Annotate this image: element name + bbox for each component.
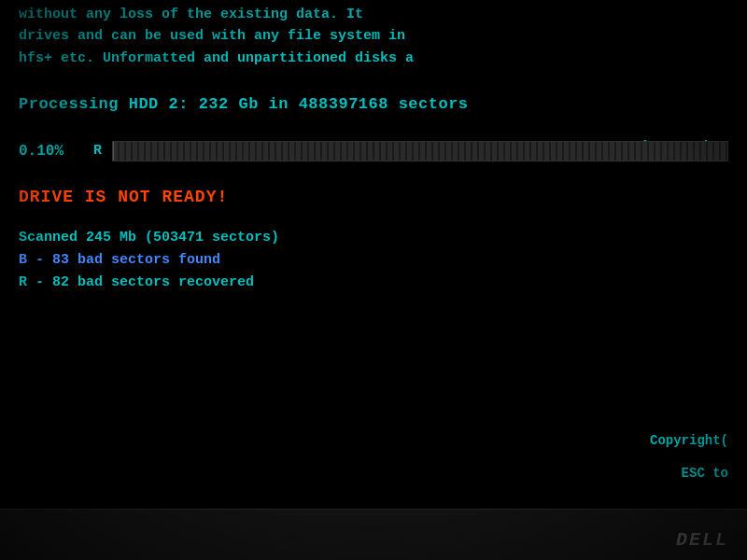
drive-not-ready: DRIVE IS NOT READY! [19, 188, 728, 206]
dell-logo: DELL [676, 529, 728, 551]
progress-bar-container: 0.10% R [19, 141, 728, 161]
processing-line: Processing HDD 2: 232 Gb in 488397168 se… [19, 95, 728, 113]
scanned-line: Scanned 245 Mb (503471 sectors) [19, 227, 728, 249]
top-text-block: without any loss of the existing data. I… [19, 0, 728, 69]
top-line-2: drives and can be used with any file sys… [19, 25, 728, 47]
progress-r-label: R [93, 143, 110, 159]
progress-bar-fill [113, 142, 114, 161]
progress-bar-unfill [113, 142, 727, 161]
percent-label: 0.10% [19, 143, 93, 160]
b-bad-sectors-line: B - 83 bad sectors found [19, 249, 728, 272]
bottom-bar: DELL [0, 509, 747, 560]
screen: without any loss of the existing data. I… [0, 0, 747, 560]
copyright-text: Copyright( [650, 433, 728, 448]
scanned-info: Scanned 245 Mb (503471 sectors) B - 83 b… [19, 227, 728, 294]
content: without any loss of the existing data. I… [0, 0, 747, 560]
top-line-3: hfs+ etc. Unformatted and unpartitioned … [19, 48, 728, 69]
esc-text: ESC to [682, 466, 728, 481]
r-recovered-line: R - 82 bad sectors recovered [19, 272, 728, 294]
progress-section: Mode Repair 0.10% R [19, 141, 728, 161]
progress-bar-outer [112, 141, 728, 161]
top-line-1: without any loss of the existing data. I… [19, 4, 728, 25]
